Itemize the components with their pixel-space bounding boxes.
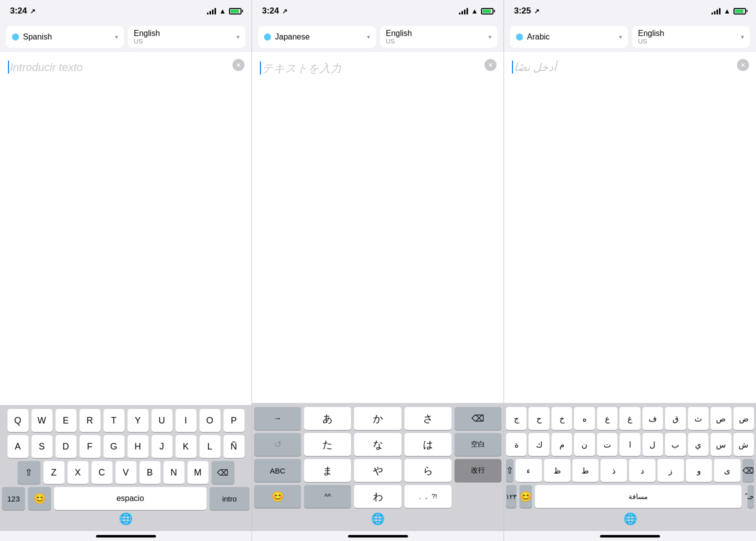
key-f[interactable]: F	[80, 435, 100, 458]
ar-key-t[interactable]: ت	[597, 433, 618, 456]
return-key[interactable]: intro	[210, 487, 250, 510]
jp-key-ra[interactable]: ら	[404, 459, 452, 482]
ar-key-d[interactable]: د	[629, 459, 656, 482]
source-language-button[interactable]: Spanish ▾	[6, 26, 124, 48]
globe-key[interactable]: 🌐	[118, 511, 134, 527]
ar-key-l[interactable]: ل	[642, 433, 663, 456]
shift-key[interactable]: ⇧	[18, 461, 40, 484]
key-z[interactable]: Z	[44, 461, 64, 484]
ar-key-gh[interactable]: غ	[620, 407, 640, 430]
ar-key-h[interactable]: ح	[528, 407, 549, 430]
jp-key-ma[interactable]: ま	[304, 459, 351, 482]
space-key[interactable]: espacio	[54, 487, 206, 510]
clear-button-jp[interactable]: ×	[484, 59, 496, 71]
jp-delete-key[interactable]: ⌫	[454, 407, 502, 430]
ar-num-key[interactable]: ١٢٣	[506, 485, 516, 508]
key-v[interactable]: V	[116, 461, 136, 484]
ar-key-he[interactable]: ه	[574, 407, 594, 430]
jp-key-na[interactable]: な	[354, 433, 401, 456]
ar-key-si[interactable]: س	[710, 433, 731, 456]
ar-shift-key[interactable]: ⇧	[506, 459, 514, 482]
ar-delete-key[interactable]: ⌫	[742, 459, 754, 482]
target-language-button-jp[interactable]: English US ▾	[380, 26, 498, 48]
delete-key[interactable]: ⌫	[212, 461, 234, 484]
key-w[interactable]: W	[32, 409, 52, 432]
target-language-button[interactable]: English US ▾	[128, 26, 246, 48]
jp-key-ya[interactable]: や	[354, 459, 401, 482]
ar-key-k[interactable]: ك	[528, 433, 549, 456]
key-o[interactable]: O	[200, 409, 220, 432]
jp-space-key[interactable]: 空白	[454, 433, 502, 456]
ar-emoji-key[interactable]: 😊	[520, 485, 532, 508]
key-y[interactable]: Y	[128, 409, 148, 432]
jp-key-ha[interactable]: は	[404, 433, 452, 456]
jp-key-ta[interactable]: た	[304, 433, 351, 456]
key-x[interactable]: X	[68, 461, 88, 484]
key-u[interactable]: U	[152, 409, 172, 432]
jp-emoji-key[interactable]: 😊	[254, 485, 301, 508]
ar-key-f[interactable]: ف	[642, 407, 663, 430]
ar-space-key[interactable]: مسافة	[535, 485, 742, 508]
ar-key-sh[interactable]: ش	[734, 433, 754, 456]
globe-key-jp[interactable]: 🌐	[370, 511, 386, 527]
key-l[interactable]: L	[200, 435, 220, 458]
numbers-key[interactable]: 123	[2, 487, 25, 510]
ar-key-ta[interactable]: ة	[506, 433, 526, 456]
source-language-button-ar[interactable]: Arabic ▾	[510, 26, 628, 48]
jp-key-a[interactable]: あ	[304, 407, 351, 430]
clear-button[interactable]: ×	[232, 59, 244, 71]
ar-key-th[interactable]: ث	[688, 407, 708, 430]
globe-key-ar[interactable]: 🌐	[622, 511, 638, 527]
ar-key-q[interactable]: ق	[665, 407, 686, 430]
emoji-key[interactable]: 😊	[28, 487, 51, 510]
key-i[interactable]: I	[176, 409, 196, 432]
target-language-button-ar[interactable]: English US ▾	[632, 26, 750, 48]
key-m[interactable]: M	[188, 461, 208, 484]
ar-key-a[interactable]: ا	[620, 433, 640, 456]
key-j[interactable]: J	[152, 435, 172, 458]
jp-key-wa[interactable]: わ	[354, 485, 401, 508]
jp-punct-key[interactable]: 、。?!	[404, 485, 452, 508]
key-t[interactable]: T	[104, 409, 124, 432]
ar-ja-key[interactable]: جـ	[748, 485, 754, 508]
key-d[interactable]: D	[56, 435, 76, 458]
key-g[interactable]: G	[104, 435, 124, 458]
key-n-tilde[interactable]: Ñ	[224, 435, 244, 458]
ar-key-hamza[interactable]: ء	[516, 459, 542, 482]
ar-key-w[interactable]: و	[686, 459, 712, 482]
ar-key-z[interactable]: ز	[658, 459, 684, 482]
key-p[interactable]: P	[224, 409, 244, 432]
ar-key-n[interactable]: ن	[574, 433, 594, 456]
key-k[interactable]: K	[176, 435, 196, 458]
clear-button-ar[interactable]: ×	[737, 59, 749, 71]
text-input-area-arabic[interactable]: × أدخل نصًا	[504, 52, 756, 403]
text-input-area-japanese[interactable]: × テキストを入力	[252, 52, 504, 403]
jp-abc-key[interactable]: ABC	[254, 459, 301, 482]
jp-key-arrow[interactable]: →	[254, 407, 301, 430]
jp-key-undo[interactable]: ↺	[254, 433, 301, 456]
key-h[interactable]: H	[128, 435, 148, 458]
key-s[interactable]: S	[32, 435, 52, 458]
ar-key-j[interactable]: ج	[506, 407, 526, 430]
key-a[interactable]: A	[8, 435, 28, 458]
jp-key-ka[interactable]: か	[354, 407, 401, 430]
key-r[interactable]: R	[80, 409, 100, 432]
ar-key-ya[interactable]: ى	[714, 459, 740, 482]
jp-dakuten-key[interactable]: ^^	[304, 485, 351, 508]
key-c[interactable]: C	[92, 461, 112, 484]
key-n[interactable]: N	[164, 461, 184, 484]
key-b[interactable]: B	[140, 461, 160, 484]
ar-key-dhal[interactable]: ذ	[600, 459, 627, 482]
ar-key-kh[interactable]: خ	[552, 407, 572, 430]
key-e[interactable]: E	[56, 409, 76, 432]
ar-key-za[interactable]: ظ	[544, 459, 570, 482]
ar-key-s[interactable]: ص	[710, 407, 731, 430]
ar-key-dh[interactable]: ض	[734, 407, 754, 430]
ar-key-b[interactable]: ب	[665, 433, 686, 456]
ar-key-to[interactable]: ط	[572, 459, 599, 482]
ar-key-m[interactable]: م	[552, 433, 572, 456]
key-q[interactable]: Q	[8, 409, 28, 432]
ar-key-ain[interactable]: ع	[597, 407, 618, 430]
jp-key-sa[interactable]: さ	[404, 407, 452, 430]
ar-key-y[interactable]: ي	[688, 433, 708, 456]
